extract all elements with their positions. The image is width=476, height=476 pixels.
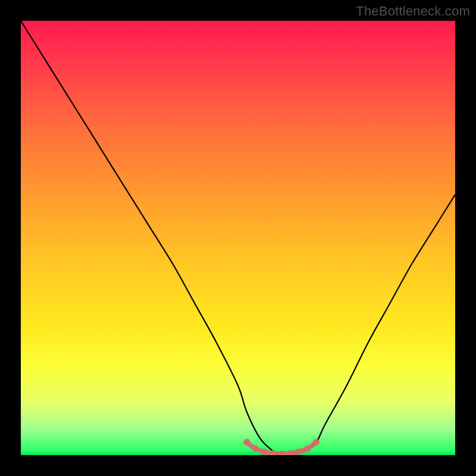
- optimal-marker: [304, 446, 311, 452]
- optimal-marker: [243, 439, 250, 446]
- watermark-text: TheBottleneck.com: [356, 4, 470, 19]
- chart-frame: TheBottleneck.com: [0, 0, 476, 476]
- optimal-region-markers: [243, 439, 320, 455]
- optimal-marker: [278, 450, 285, 455]
- optimal-marker: [313, 439, 320, 446]
- chart-svg: [21, 21, 455, 455]
- bottleneck-curve-line: [21, 21, 455, 455]
- chart-plot-area: [21, 21, 455, 455]
- optimal-marker: [296, 449, 302, 455]
- optimal-marker: [261, 449, 267, 455]
- optimal-marker: [252, 446, 259, 452]
